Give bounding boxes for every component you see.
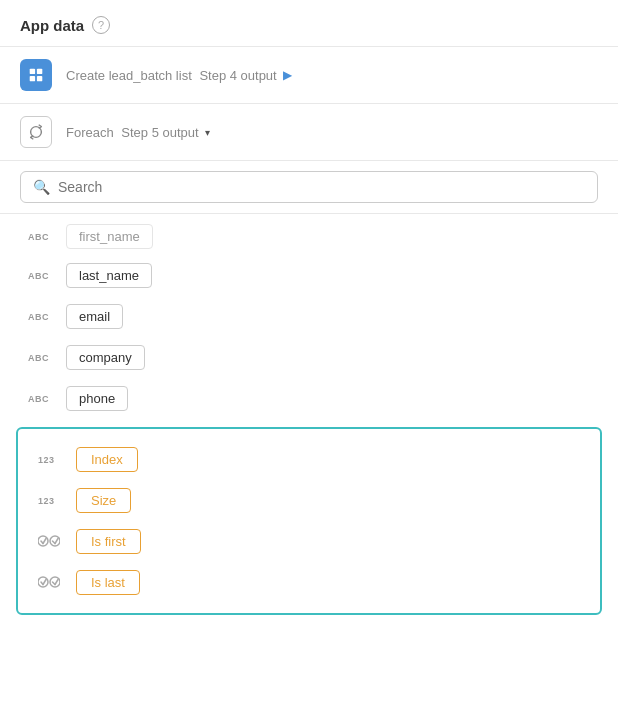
foreach-list-item: 123 Size — [18, 480, 600, 521]
foreach-list-item: Is last — [18, 562, 600, 603]
step1-row[interactable]: Create lead_batch list Step 4 output ▶ — [0, 47, 618, 104]
svg-line-9 — [55, 538, 58, 543]
svg-rect-0 — [30, 69, 35, 74]
foreach-is-last[interactable]: Is last — [76, 570, 140, 595]
svg-point-13 — [50, 577, 60, 587]
svg-line-15 — [55, 579, 58, 584]
search-icon: 🔍 — [33, 179, 50, 195]
step2-dropdown-icon[interactable]: ▾ — [205, 127, 210, 138]
header: App data ? — [0, 0, 618, 47]
step2-text: Foreach — [66, 125, 114, 140]
search-input[interactable] — [58, 179, 585, 195]
item-phone[interactable]: phone — [66, 386, 128, 411]
scroll-hint-row: ABC first_name — [0, 222, 618, 255]
step1-arrow[interactable]: ▶ — [283, 68, 292, 82]
step2-label: Foreach Step 5 output — [62, 125, 199, 140]
search-box: 🔍 — [20, 171, 598, 203]
step1-icon — [20, 59, 52, 91]
svg-rect-3 — [37, 76, 42, 81]
list-item: ABC company — [0, 337, 618, 378]
step1-label: Create lead_batch list Step 4 output — [62, 68, 277, 83]
help-icon[interactable]: ? — [92, 16, 110, 34]
scroll-hint-chip: first_name — [66, 224, 153, 249]
foreach-size[interactable]: Size — [76, 488, 131, 513]
foreach-list-item: 123 Index — [18, 439, 600, 480]
step1-text: Create lead_batch list — [66, 68, 192, 83]
panel: App data ? Create lead_batch list Step 4… — [0, 0, 618, 706]
list-item: ABC last_name — [0, 255, 618, 296]
svg-line-12 — [43, 579, 46, 584]
foreach-is-first[interactable]: Is first — [76, 529, 141, 554]
step2-icon — [20, 116, 52, 148]
item-last-name[interactable]: last_name — [66, 263, 152, 288]
svg-point-7 — [50, 536, 60, 546]
step1-sublabel: Step 4 output — [199, 68, 276, 83]
search-container: 🔍 — [0, 161, 618, 214]
item-company[interactable]: company — [66, 345, 145, 370]
list-item: ABC email — [0, 296, 618, 337]
svg-line-6 — [43, 538, 46, 543]
svg-point-10 — [38, 577, 48, 587]
foreach-index[interactable]: Index — [76, 447, 138, 472]
step2-sublabel: Step 5 output — [121, 125, 198, 140]
items-list: ABC first_name ABC last_name ABC email A… — [0, 214, 618, 427]
foreach-section: 123 Index 123 Size Is first — [16, 427, 602, 615]
panel-title: App data — [20, 17, 84, 34]
item-email[interactable]: email — [66, 304, 123, 329]
foreach-list-item: Is first — [18, 521, 600, 562]
svg-rect-2 — [30, 76, 35, 81]
svg-point-4 — [38, 536, 48, 546]
step2-row[interactable]: Foreach Step 5 output ▾ — [0, 104, 618, 161]
list-item: ABC phone — [0, 378, 618, 419]
svg-rect-1 — [37, 69, 42, 74]
